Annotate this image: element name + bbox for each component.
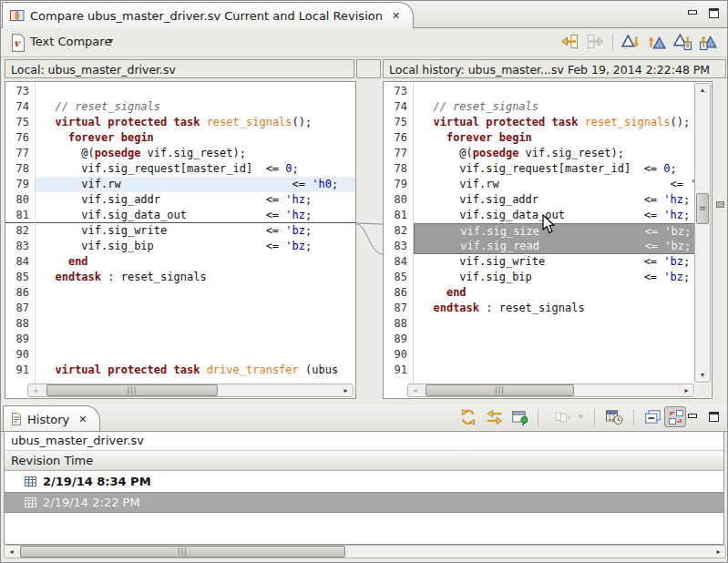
code-line[interactable]: 76 forever begin [384, 130, 695, 146]
code-line[interactable]: 84 end [5, 254, 355, 270]
code-line[interactable]: 77 @(posedge vif.sig_reset); [384, 146, 695, 161]
compare-mode-toggle[interactable] [664, 406, 686, 427]
code-line[interactable]: 91 [384, 363, 695, 378]
code-line[interactable]: 88 [5, 316, 355, 332]
line-number: 89 [5, 332, 36, 347]
code-line[interactable]: 79 vif.rw <= 'h0; [5, 177, 355, 192]
tab-compare-editor[interactable]: Compare ubus_master_driver.sv Current an… [2, 2, 414, 28]
line-number: 84 [5, 254, 36, 270]
link-with-editor-button[interactable] [486, 408, 504, 426]
scroll-right-icon[interactable]: ▸ [339, 384, 353, 396]
close-icon[interactable]: ✕ [78, 414, 87, 425]
line-number: 90 [5, 347, 36, 363]
code-line[interactable]: 73 [384, 84, 695, 99]
scrollbar-thumb[interactable] [20, 546, 345, 558]
code-line[interactable]: 84 vif.sig_write <= 'bz; [384, 254, 695, 270]
line-number: 77 [384, 146, 414, 161]
line-number: 81 [384, 208, 414, 223]
close-icon[interactable]: ✕ [392, 10, 400, 22]
line-number: 86 [5, 285, 36, 301]
code-line[interactable]: 89 [5, 332, 355, 347]
code-line[interactable]: 82 vif.sig_size <= 'bz; [384, 223, 695, 239]
code-line[interactable]: 86 [5, 285, 355, 301]
code-line[interactable]: 78 vif.sig_request[master_id] <= 0; [5, 161, 355, 177]
code-line[interactable]: 81 vif.sig_data_out <= 'hz; [384, 208, 695, 223]
maximize-button[interactable] [708, 7, 720, 19]
code-line[interactable]: 85 vif.sig_bip <= 'bz; [384, 270, 695, 285]
right-horizontal-scrollbar[interactable]: ◂ ▸ [407, 384, 694, 397]
history-revision-row[interactable]: 2/19/14 2:22 PM [5, 492, 723, 513]
code-line[interactable]: 83 vif.sig_read <= 'bz; [384, 239, 695, 254]
scrollbar-thumb[interactable] [696, 193, 709, 224]
code-line[interactable]: 75 virtual protected task reset_signals(… [384, 115, 695, 130]
scroll-up-icon[interactable]: ▴ [695, 84, 710, 97]
code-line[interactable]: 77 @(posedge vif.sig_reset); [5, 146, 355, 161]
copy-right-button-disabled [587, 33, 605, 51]
vertical-scrollbar[interactable]: ▴ ▾ [694, 83, 711, 383]
scroll-right-icon[interactable]: ▸ [712, 546, 725, 558]
scrollbar-thumb[interactable] [46, 384, 218, 396]
revision-time-label: 2/19/14 8:34 PM [43, 475, 151, 488]
tab-history[interactable]: History ✕ [3, 405, 100, 432]
previous-difference-button[interactable] [648, 33, 666, 51]
line-number: 85 [384, 270, 414, 285]
scrollbar-track[interactable] [422, 384, 680, 396]
scroll-left-icon[interactable]: ◂ [408, 384, 422, 396]
right-compare-pane[interactable]: 7374 // reset_signals75 virtual protecte… [383, 81, 713, 399]
maximize-button[interactable] [708, 411, 720, 423]
code-line[interactable]: 80 vif.sig_addr <= 'hz; [5, 192, 355, 208]
code-line[interactable]: 81 vif.sig_data_out <= 'hz; [5, 208, 355, 223]
scroll-left-icon[interactable]: ◂ [28, 384, 42, 396]
right-code-area[interactable]: 7374 // reset_signals75 virtual protecte… [384, 82, 695, 384]
history-revision-row[interactable]: 2/19/14 8:34 PM [5, 471, 723, 492]
code-line[interactable]: 74 // reset_signals [384, 99, 695, 115]
code-line[interactable]: 89 [384, 332, 695, 347]
code-line[interactable]: 86 end [384, 285, 695, 301]
code-line[interactable]: 91 virtual protected task drive_transfer… [5, 363, 355, 378]
code-line[interactable]: 73 [5, 84, 355, 99]
code-line[interactable]: 85 endtask : reset_signals [5, 270, 355, 285]
code-line[interactable]: 74 // reset_signals [5, 99, 355, 115]
diff-overview-marker[interactable] [716, 201, 724, 208]
code-line[interactable]: 83 vif.sig_bip <= 'bz; [5, 239, 355, 254]
code-line[interactable]: 80 vif.sig_addr <= 'hz; [384, 192, 695, 208]
code-line[interactable]: 75 virtual protected task reset_signals(… [5, 115, 355, 130]
collapse-all-button[interactable] [644, 408, 662, 426]
chevron-down-icon[interactable]: ▾ [108, 36, 113, 46]
scrollbar-track[interactable] [42, 384, 339, 396]
minimize-button[interactable] [687, 411, 699, 423]
line-number-separator [35, 82, 36, 384]
code-line[interactable]: 82 vif.sig_write <= 'bz; [5, 222, 355, 239]
revision-time-column-header[interactable]: Revision Time [5, 451, 723, 471]
left-horizontal-scrollbar[interactable]: ◂ ▸ [27, 384, 354, 397]
compare-mode-icon [668, 409, 684, 425]
pin-view-button[interactable] [511, 408, 529, 426]
code-line[interactable]: 76 forever begin [5, 130, 355, 146]
code-line[interactable]: 79 vif.rw <= 'h0; [384, 177, 695, 192]
next-change-button[interactable] [673, 33, 692, 51]
code-line[interactable]: 90 [384, 347, 695, 363]
revision-time-label: 2/19/14 2:22 PM [43, 496, 140, 509]
code-line[interactable]: 78 vif.sig_request[master_id] <= 0; [384, 161, 695, 177]
scrollbar-track[interactable] [18, 546, 712, 558]
history-horizontal-scrollbar[interactable]: ◂ ▸ [4, 545, 726, 558]
line-number: 82 [384, 223, 414, 239]
eclipse-window: Compare ubus_master_driver.sv Current an… [0, 0, 728, 563]
next-difference-button[interactable] [621, 33, 640, 51]
previous-change-button[interactable] [699, 33, 717, 51]
scroll-left-icon[interactable]: ◂ [5, 546, 18, 558]
scroll-right-icon[interactable]: ▸ [680, 384, 693, 396]
date-time-filter-button[interactable]: 12 [605, 408, 623, 426]
code-line[interactable]: 87 [5, 301, 355, 316]
line-number: 77 [5, 146, 36, 161]
left-compare-pane[interactable]: 7374 // reset_signals75 virtual protecte… [5, 81, 356, 399]
minimize-button[interactable] [687, 7, 699, 19]
code-line[interactable]: 90 [5, 347, 355, 363]
refresh-button[interactable] [459, 408, 477, 426]
scroll-down-icon[interactable]: ▾ [695, 369, 710, 382]
scrollbar-thumb[interactable] [426, 384, 574, 396]
left-code-area[interactable]: 7374 // reset_signals75 virtual protecte… [5, 82, 355, 384]
code-line[interactable]: 87 endtask : reset_signals [384, 301, 695, 316]
code-line[interactable]: 88 [384, 316, 695, 332]
copy-left-button[interactable] [560, 33, 579, 51]
